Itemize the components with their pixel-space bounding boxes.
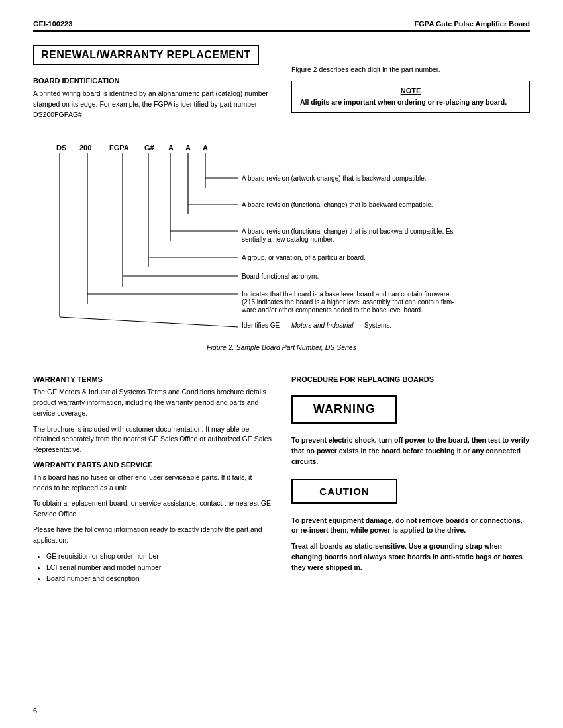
main-title: RENEWAL/WARRANTY REPLACEMENT: [33, 45, 259, 65]
label-a1: A: [168, 144, 174, 152]
header-doc-number: GEI-100223: [33, 20, 72, 28]
top-section: RENEWAL/WARRANTY REPLACEMENT BOARD IDENT…: [33, 45, 530, 125]
label-g: G#: [144, 144, 154, 152]
ann-3b: sentially a new catalog number.: [242, 236, 334, 243]
ann-7b: Motors and Industrial: [291, 322, 354, 329]
warranty-terms-para1: The GE Motors & Industrial Systems Terms…: [33, 387, 272, 418]
ann-6b: (215 indicates the board is a higher lev…: [242, 298, 454, 306]
caution-label: CAUTION: [319, 486, 369, 497]
label-200: 200: [79, 144, 91, 152]
warranty-terms-para2: The brochure is included with customer d…: [33, 424, 272, 455]
caution-section: CAUTION: [291, 473, 530, 510]
warranty-parts-heading: WARRANTY PARTS AND SERVICE: [33, 461, 272, 469]
note-title: NOTE: [300, 87, 521, 95]
procedure-heading: PROCEDURE FOR REPLACING BOARDS: [291, 375, 530, 383]
part-number-diagram: DS 200 FGPA G# A A A A board r: [33, 138, 530, 337]
bullet-3: Board number and description: [46, 573, 272, 584]
warranty-bullets: GE requisition or shop order number LCI …: [46, 551, 272, 584]
note-box: NOTE All digits are important when order…: [291, 81, 530, 113]
label-fgpa: FGPA: [109, 144, 129, 152]
ann-6a: Indicates that the board is a base level…: [242, 291, 451, 298]
label-a3: A: [203, 144, 208, 152]
warranty-parts-para1: This board has no fuses or other end-use…: [33, 473, 272, 494]
ann-7a: Identifies GE: [242, 322, 280, 329]
caution-text2: Treat all boards as static-sensitive. Us…: [291, 541, 530, 572]
warranty-parts-para3: Please have the following information re…: [33, 525, 272, 546]
board-id-heading: BOARD IDENTIFICATION: [33, 77, 272, 85]
diagram-svg: DS 200 FGPA G# A A A A board r: [33, 138, 550, 337]
svg-line-13: [60, 317, 238, 327]
label-a2: A: [185, 144, 191, 152]
bullet-1: GE requisition or shop order number: [46, 551, 272, 562]
figure-caption: Figure 2. Sample Board Part Number, DS S…: [33, 343, 530, 351]
right-column: Figure 2 describes each digit in the par…: [291, 45, 530, 125]
warning-label: WARNING: [313, 402, 376, 416]
warranty-terms-heading: WARRANTY TERMS: [33, 375, 272, 383]
ann-4: A group, or variation, of a particular b…: [242, 254, 366, 261]
bottom-left-column: WARRANTY TERMS The GE Motors & Industria…: [33, 375, 272, 589]
warning-section: WARNING: [291, 388, 530, 430]
divider: [33, 365, 530, 365]
caution-text1: To prevent equipment damage, do not remo…: [291, 516, 530, 537]
page: GEI-100223 FGPA Gate Pulse Amplifier Boa…: [0, 0, 563, 728]
bottom-right-column: PROCEDURE FOR REPLACING BOARDS WARNING T…: [291, 375, 530, 589]
warning-box: WARNING: [291, 395, 397, 424]
header-title: FGPA Gate Pulse Amplifier Board: [415, 20, 530, 28]
page-header: GEI-100223 FGPA Gate Pulse Amplifier Boa…: [33, 20, 530, 32]
ann-2: A board revision (functional change) tha…: [242, 201, 433, 208]
left-column: RENEWAL/WARRANTY REPLACEMENT BOARD IDENT…: [33, 45, 272, 125]
ann-6c: ware and/or other components added to th…: [241, 306, 423, 314]
ann-5: Board functional acronym.: [242, 273, 319, 280]
caution-box: CAUTION: [291, 479, 397, 504]
board-id-para1: A printed wiring board is identified by …: [33, 89, 272, 120]
ann-1: A board revision (artwork change) that i…: [242, 175, 426, 182]
page-number: 6: [33, 707, 37, 715]
bullet-2: LCI serial number and model number: [46, 562, 272, 573]
ann-7c: Systems.: [364, 322, 391, 329]
warranty-parts-para2: To obtain a replacement board, or servic…: [33, 498, 272, 520]
note-text: All digits are important when ordering o…: [300, 97, 521, 107]
figure-intro: Figure 2 describes each digit in the par…: [291, 65, 530, 75]
ann-3a: A board revision (functional change) tha…: [242, 228, 456, 235]
warning-text: To prevent electric shock, turn off powe…: [291, 435, 530, 467]
bottom-section: WARRANTY TERMS The GE Motors & Industria…: [33, 375, 530, 589]
label-ds: DS: [56, 144, 66, 152]
